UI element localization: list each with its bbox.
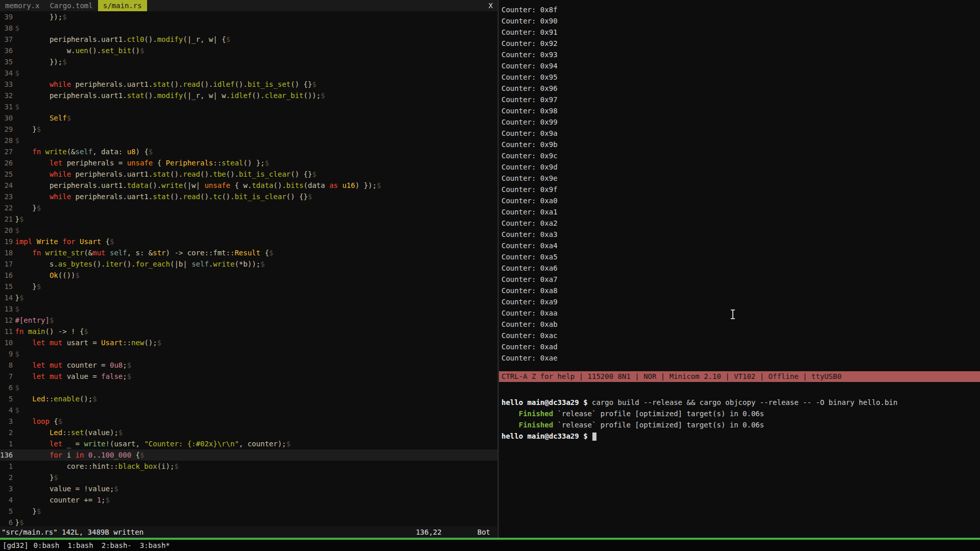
serial-line: Counter: 0x9d — [501, 161, 980, 173]
code-line[interactable]: 21}$ — [0, 213, 497, 225]
statusbar-window-1-bash[interactable]: 1:bash — [67, 541, 93, 549]
line-number: 4 — [0, 494, 13, 506]
code-line[interactable]: 7 let mut value = false;$ — [0, 371, 497, 382]
code-line[interactable]: 17 s.as_bytes().iter().for_each(|b| self… — [0, 258, 497, 270]
code-line[interactable]: 8 let mut counter = 0u8;$ — [0, 360, 497, 371]
code-line[interactable]: 29 }$ — [0, 124, 497, 135]
code-line[interactable]: 14}$ — [0, 292, 497, 303]
serial-line: Counter: 0xad — [501, 341, 980, 352]
shell-pane[interactable]: hello main@dc33a29 $ cargo build --relea… — [499, 383, 980, 538]
code-line[interactable]: 34$ — [0, 67, 497, 79]
code-line[interactable]: 12#[entry]$ — [0, 315, 497, 326]
code-line[interactable]: 15 }$ — [0, 281, 497, 292]
line-number: 34 — [0, 67, 13, 79]
code-line[interactable]: 3 loop {$ — [0, 416, 497, 427]
code-line[interactable]: 1 core::hint::black_box(i);$ — [0, 461, 497, 472]
shell-output: hello main@dc33a29 $ cargo build --relea… — [501, 397, 980, 442]
line-number: 9 — [0, 348, 13, 360]
serial-line: Counter: 0xae — [501, 352, 980, 364]
code-line[interactable]: 19impl Write for Usart {$ — [0, 236, 497, 247]
line-number: 36 — [0, 45, 13, 56]
tab-memory.x[interactable]: memory.x — [0, 0, 44, 11]
code-line[interactable]: 36 w.uen().set_bit()$ — [0, 45, 497, 56]
vim-buffer[interactable]: 39 });$38$37 peripherals.uart1.ctl0().mo… — [0, 11, 497, 526]
line-number: 20 — [0, 225, 13, 236]
code-line[interactable]: 11fn main() -> ! {$ — [0, 326, 497, 337]
serial-line: Counter: 0xac — [501, 330, 980, 341]
code-text: peripherals.uart1.stat().modify(|_r, w| … — [15, 90, 325, 101]
code-text: loop {$ — [15, 416, 62, 427]
line-number: 1 — [0, 461, 13, 472]
code-line[interactable]: 27 fn write(&self, data: u8) {$ — [0, 146, 497, 157]
line-number: 24 — [0, 180, 13, 191]
serial-line: Counter: 0xa9 — [501, 296, 980, 307]
code-line[interactable]: 6$ — [0, 382, 497, 393]
code-line[interactable]: 9$ — [0, 348, 497, 360]
code-line[interactable]: 2 Led::set(value);$ — [0, 427, 497, 438]
serial-line: Counter: 0x95 — [501, 71, 980, 83]
code-line[interactable]: 3 value = !value;$ — [0, 483, 497, 494]
code-text: let _ = write!(usart, "Counter: {:#02x}\… — [15, 438, 291, 449]
code-line[interactable]: 23 while peripherals.uart1.stat().read()… — [0, 191, 497, 202]
vim-pane[interactable]: memory.xCargo.tomls/main.rs X 39 });$38$… — [0, 0, 499, 538]
line-number: 13 — [0, 303, 13, 315]
code-line[interactable]: 16 Ok(())$ — [0, 270, 497, 281]
code-line[interactable]: 6}$ — [0, 517, 497, 526]
code-line[interactable]: 24 peripherals.uart1.tdata().write(|w| u… — [0, 180, 497, 191]
right-panes: Counter: 0x8fCounter: 0x90Counter: 0x91C… — [499, 0, 980, 538]
code-text: $ — [15, 382, 19, 393]
serial-line: Counter: 0x91 — [501, 27, 980, 38]
tab-close-button[interactable]: X — [484, 0, 497, 11]
code-line[interactable]: 30 Self$ — [0, 112, 497, 124]
code-text: fn write(&self, data: u8) {$ — [15, 146, 153, 157]
statusbar-window-0-bash[interactable]: 0:bash — [34, 541, 60, 549]
serial-line: Counter: 0xa1 — [501, 206, 980, 218]
code-line[interactable]: 136 for i in 0..100_000 {$ — [0, 449, 497, 461]
code-line[interactable]: 35 });$ — [0, 56, 497, 67]
code-line[interactable]: 32 peripherals.uart1.stat().modify(|_r, … — [0, 90, 497, 101]
code-line[interactable]: 18 fn write_str(&mut self, s: &str) -> c… — [0, 247, 497, 258]
statusbar-window-3-bash-[interactable]: 3:bash* — [140, 541, 170, 549]
tab-Cargo.toml[interactable]: Cargo.toml — [44, 0, 98, 11]
code-line[interactable]: 2 }$ — [0, 472, 497, 483]
code-line[interactable]: 1 let _ = write!(usart, "Counter: {:#02x… — [0, 438, 497, 449]
code-line[interactable]: 13$ — [0, 303, 497, 315]
statusline-scroll-position: Bot — [477, 526, 490, 538]
code-text: });$ — [15, 11, 66, 22]
code-line[interactable]: 5 }$ — [0, 506, 497, 517]
vim-tabline-tabs: memory.xCargo.tomls/main.rs — [0, 0, 147, 11]
code-line[interactable]: 39 });$ — [0, 11, 497, 22]
line-number: 31 — [0, 101, 13, 112]
code-line[interactable]: 38$ — [0, 22, 497, 34]
code-line[interactable]: 25 while peripherals.uart1.stat().read()… — [0, 169, 497, 180]
code-line[interactable]: 4 counter += 1;$ — [0, 494, 497, 506]
terminal-screen: memory.xCargo.tomls/main.rs X 39 });$38$… — [0, 0, 980, 551]
serial-line: Counter: 0xa0 — [501, 195, 980, 206]
statusbar-window-2-bash-[interactable]: 2:bash- — [102, 541, 132, 549]
serial-line: Counter: 0x90 — [501, 15, 980, 27]
code-line[interactable]: 33 while peripherals.uart1.stat().read()… — [0, 79, 497, 90]
serial-line: Counter: 0x97 — [501, 94, 980, 105]
code-line[interactable]: 20$ — [0, 225, 497, 236]
code-text: }$ — [15, 213, 23, 225]
code-line[interactable]: 22 }$ — [0, 202, 497, 213]
code-text: #[entry]$ — [15, 315, 54, 326]
minicom-pane[interactable]: Counter: 0x8fCounter: 0x90Counter: 0x91C… — [499, 0, 980, 383]
tab-s-main.rs[interactable]: s/main.rs — [98, 0, 147, 11]
code-line[interactable]: 37 peripherals.uart1.ctl0().modify(|_r, … — [0, 34, 497, 45]
line-number: 5 — [0, 393, 13, 404]
code-text: }$ — [15, 472, 58, 483]
code-line[interactable]: 28$ — [0, 135, 497, 146]
line-number: 33 — [0, 79, 13, 90]
code-line[interactable]: 5 Led::enable();$ — [0, 393, 497, 404]
code-text: $ — [15, 404, 19, 416]
statusbar-footer: [gd32] 0:bash1:bash2:bash-3:bash* — [0, 538, 980, 551]
code-line[interactable]: 4$ — [0, 404, 497, 416]
shell-line: Finished `release` profile [optimized] t… — [501, 419, 980, 430]
code-line[interactable]: 31$ — [0, 101, 497, 112]
tmux-statusbar: [gd32] 0:bash1:bash2:bash-3:bash* — [0, 540, 980, 551]
code-line[interactable]: 10 let mut usart = Usart::new();$ — [0, 337, 497, 348]
code-line[interactable]: 26 let peripherals = unsafe { Peripheral… — [0, 157, 497, 169]
ibeam-bottom — [731, 318, 735, 319]
line-number: 2 — [0, 427, 13, 438]
